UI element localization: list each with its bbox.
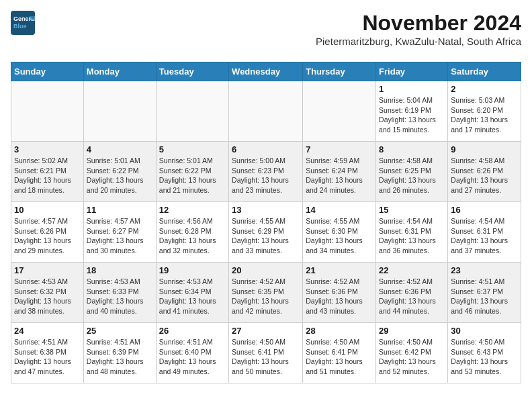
calendar-cell: 1Sunrise: 5:04 AM Sunset: 6:19 PM Daylig… [376, 81, 448, 142]
day-info: Sunrise: 4:58 AM Sunset: 6:25 PM Dayligh… [379, 156, 445, 195]
week-row-2: 3Sunrise: 5:02 AM Sunset: 6:21 PM Daylig… [11, 142, 521, 202]
header-friday: Friday [376, 62, 448, 81]
day-info: Sunrise: 4:55 AM Sunset: 6:29 PM Dayligh… [232, 216, 300, 256]
calendar-cell [303, 81, 376, 142]
day-number: 20 [232, 265, 300, 275]
calendar-cell: 26Sunrise: 4:51 AM Sunset: 6:40 PM Dayli… [156, 323, 228, 383]
calendar-cell: 10Sunrise: 4:57 AM Sunset: 6:26 PM Dayli… [11, 202, 84, 263]
calendar-cell: 8Sunrise: 4:58 AM Sunset: 6:25 PM Daylig… [376, 142, 448, 202]
day-number: 28 [306, 326, 373, 336]
calendar-cell: 15Sunrise: 4:54 AM Sunset: 6:31 PM Dayli… [376, 202, 448, 263]
day-number: 23 [451, 265, 518, 275]
page-title: November 2024 [316, 11, 521, 36]
day-info: Sunrise: 4:53 AM Sunset: 6:32 PM Dayligh… [14, 277, 81, 316]
day-info: Sunrise: 4:51 AM Sunset: 6:37 PM Dayligh… [451, 277, 518, 316]
day-number: 26 [159, 326, 226, 336]
header-saturday: Saturday [448, 62, 521, 81]
day-number: 17 [14, 265, 81, 275]
day-info: Sunrise: 4:51 AM Sunset: 6:40 PM Dayligh… [159, 337, 226, 377]
day-info: Sunrise: 4:57 AM Sunset: 6:27 PM Dayligh… [87, 216, 153, 256]
day-number: 4 [87, 144, 153, 154]
day-info: Sunrise: 4:50 AM Sunset: 6:41 PM Dayligh… [232, 337, 300, 377]
header-tuesday: Tuesday [156, 62, 228, 81]
svg-text:Blue: Blue [13, 23, 27, 30]
calendar-cell: 25Sunrise: 4:51 AM Sunset: 6:39 PM Dayli… [83, 323, 156, 383]
calendar-cell: 19Sunrise: 4:53 AM Sunset: 6:34 PM Dayli… [156, 263, 228, 323]
day-number: 6 [232, 144, 300, 154]
day-info: Sunrise: 4:54 AM Sunset: 6:31 PM Dayligh… [451, 216, 518, 256]
day-info: Sunrise: 4:53 AM Sunset: 6:34 PM Dayligh… [159, 277, 226, 316]
calendar-cell: 11Sunrise: 4:57 AM Sunset: 6:27 PM Dayli… [83, 202, 156, 263]
day-number: 8 [379, 144, 445, 154]
day-info: Sunrise: 4:54 AM Sunset: 6:31 PM Dayligh… [379, 216, 445, 256]
day-number: 10 [14, 205, 81, 215]
day-number: 25 [87, 326, 153, 336]
calendar-cell [11, 81, 84, 142]
day-number: 21 [306, 265, 373, 275]
day-number: 19 [159, 265, 226, 275]
day-number: 7 [306, 144, 373, 154]
calendar-cell [229, 81, 303, 142]
logo-icon: General Blue [11, 11, 35, 35]
day-info: Sunrise: 4:57 AM Sunset: 6:26 PM Dayligh… [14, 216, 81, 256]
day-number: 27 [232, 326, 300, 336]
calendar-cell: 2Sunrise: 5:03 AM Sunset: 6:20 PM Daylig… [448, 81, 521, 142]
calendar-cell: 22Sunrise: 4:52 AM Sunset: 6:36 PM Dayli… [376, 263, 448, 323]
day-info: Sunrise: 4:52 AM Sunset: 6:36 PM Dayligh… [379, 277, 445, 316]
day-info: Sunrise: 4:52 AM Sunset: 6:35 PM Dayligh… [232, 277, 300, 316]
calendar-cell: 13Sunrise: 4:55 AM Sunset: 6:29 PM Dayli… [229, 202, 303, 263]
calendar-cell: 28Sunrise: 4:50 AM Sunset: 6:41 PM Dayli… [303, 323, 376, 383]
calendar-cell: 6Sunrise: 5:00 AM Sunset: 6:23 PM Daylig… [229, 142, 303, 202]
page-subtitle: Pietermaritzburg, KwaZulu-Natal, South A… [316, 36, 521, 47]
calendar-cell: 3Sunrise: 5:02 AM Sunset: 6:21 PM Daylig… [11, 142, 84, 202]
day-number: 14 [306, 205, 373, 215]
day-number: 11 [87, 205, 153, 215]
day-number: 24 [14, 326, 81, 336]
day-number: 1 [379, 84, 445, 94]
header-sunday: Sunday [11, 62, 84, 81]
calendar-cell: 20Sunrise: 4:52 AM Sunset: 6:35 PM Dayli… [229, 263, 303, 323]
calendar-table: SundayMondayTuesdayWednesdayThursdayFrid… [11, 62, 521, 383]
calendar-cell: 5Sunrise: 5:01 AM Sunset: 6:22 PM Daylig… [156, 142, 228, 202]
day-number: 18 [87, 265, 153, 275]
day-info: Sunrise: 4:55 AM Sunset: 6:30 PM Dayligh… [306, 216, 373, 256]
day-info: Sunrise: 5:00 AM Sunset: 6:23 PM Dayligh… [232, 156, 300, 195]
day-info: Sunrise: 4:50 AM Sunset: 6:42 PM Dayligh… [379, 337, 445, 377]
title-section: November 2024 Pietermaritzburg, KwaZulu-… [316, 11, 521, 54]
day-info: Sunrise: 5:02 AM Sunset: 6:21 PM Dayligh… [14, 156, 81, 195]
calendar-cell: 24Sunrise: 4:51 AM Sunset: 6:38 PM Dayli… [11, 323, 84, 383]
day-number: 3 [14, 144, 81, 154]
logo: General Blue [11, 11, 38, 38]
day-info: Sunrise: 5:01 AM Sunset: 6:22 PM Dayligh… [159, 156, 226, 195]
day-number: 29 [379, 326, 445, 336]
day-number: 12 [159, 205, 226, 215]
week-row-5: 24Sunrise: 4:51 AM Sunset: 6:38 PM Dayli… [11, 323, 521, 383]
day-info: Sunrise: 4:59 AM Sunset: 6:24 PM Dayligh… [306, 156, 373, 195]
day-info: Sunrise: 4:51 AM Sunset: 6:38 PM Dayligh… [14, 337, 81, 377]
calendar-cell: 21Sunrise: 4:52 AM Sunset: 6:36 PM Dayli… [303, 263, 376, 323]
day-number: 15 [379, 205, 445, 215]
calendar-cell: 7Sunrise: 4:59 AM Sunset: 6:24 PM Daylig… [303, 142, 376, 202]
calendar-cell: 9Sunrise: 4:58 AM Sunset: 6:26 PM Daylig… [448, 142, 521, 202]
day-info: Sunrise: 4:50 AM Sunset: 6:41 PM Dayligh… [306, 337, 373, 377]
calendar-cell: 4Sunrise: 5:01 AM Sunset: 6:22 PM Daylig… [83, 142, 156, 202]
calendar-cell: 12Sunrise: 4:56 AM Sunset: 6:28 PM Dayli… [156, 202, 228, 263]
day-info: Sunrise: 4:58 AM Sunset: 6:26 PM Dayligh… [451, 156, 518, 195]
day-number: 2 [451, 84, 518, 94]
day-info: Sunrise: 4:52 AM Sunset: 6:36 PM Dayligh… [306, 277, 373, 316]
day-info: Sunrise: 5:04 AM Sunset: 6:19 PM Dayligh… [379, 95, 445, 135]
calendar-cell: 29Sunrise: 4:50 AM Sunset: 6:42 PM Dayli… [376, 323, 448, 383]
header-monday: Monday [83, 62, 156, 81]
calendar-cell: 30Sunrise: 4:50 AM Sunset: 6:43 PM Dayli… [448, 323, 521, 383]
calendar-cell: 16Sunrise: 4:54 AM Sunset: 6:31 PM Dayli… [448, 202, 521, 263]
header-wednesday: Wednesday [229, 62, 303, 81]
day-info: Sunrise: 4:56 AM Sunset: 6:28 PM Dayligh… [159, 216, 226, 256]
calendar-cell: 17Sunrise: 4:53 AM Sunset: 6:32 PM Dayli… [11, 263, 84, 323]
day-info: Sunrise: 4:50 AM Sunset: 6:43 PM Dayligh… [451, 337, 518, 377]
day-number: 13 [232, 205, 300, 215]
day-info: Sunrise: 4:51 AM Sunset: 6:39 PM Dayligh… [87, 337, 153, 377]
calendar-cell: 23Sunrise: 4:51 AM Sunset: 6:37 PM Dayli… [448, 263, 521, 323]
day-number: 9 [451, 144, 518, 154]
day-number: 5 [159, 144, 226, 154]
day-info: Sunrise: 5:01 AM Sunset: 6:22 PM Dayligh… [87, 156, 153, 195]
